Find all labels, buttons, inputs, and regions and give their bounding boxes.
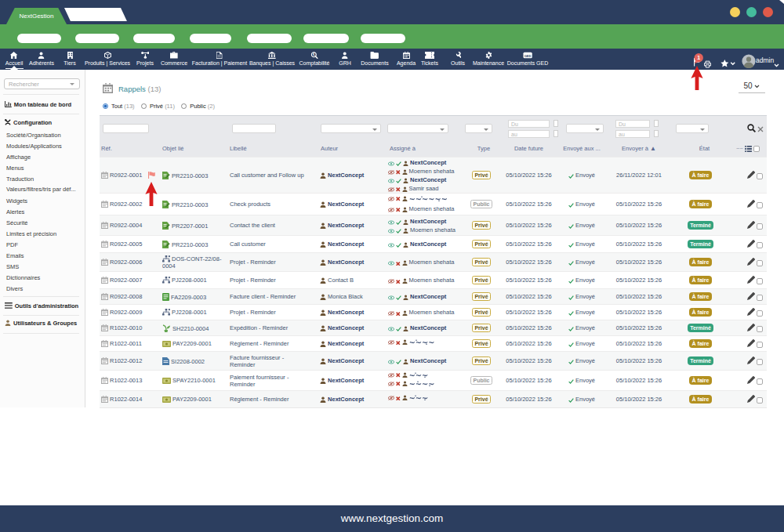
svg-text:€: € xyxy=(313,52,315,56)
svg-text:GED: GED xyxy=(524,54,532,58)
svg-text:1: 1 xyxy=(697,55,700,60)
